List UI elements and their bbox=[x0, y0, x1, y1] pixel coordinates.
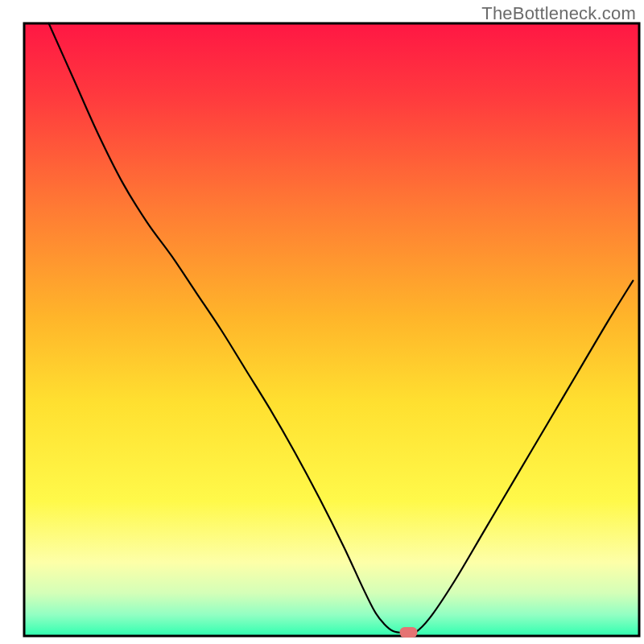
watermark-text: TheBottleneck.com bbox=[481, 3, 636, 24]
chart-container: TheBottleneck.com bbox=[0, 0, 644, 644]
bottleneck-chart bbox=[0, 0, 644, 644]
plot-background bbox=[24, 23, 639, 636]
optimal-point-marker bbox=[400, 627, 418, 638]
